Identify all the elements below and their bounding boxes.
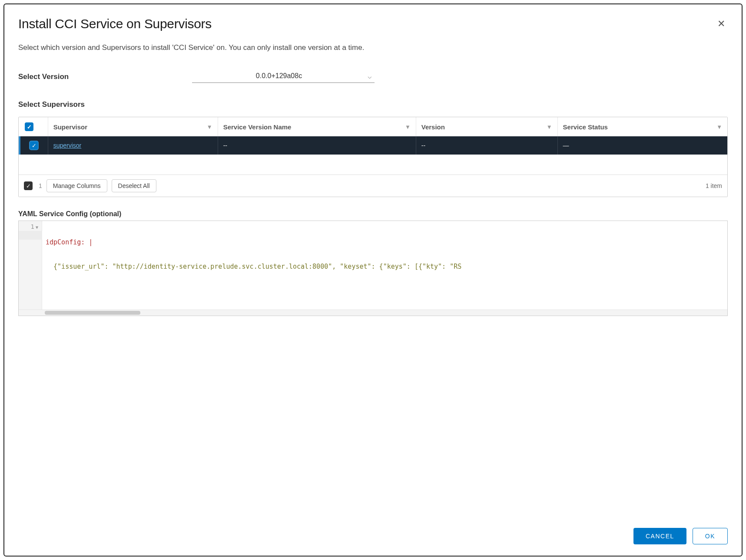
filter-icon[interactable]: ▼ — [547, 124, 552, 130]
row-checkbox-cell: ✓ — [20, 136, 48, 155]
version-select[interactable]: 0.0.0+129a08c ⌵ — [192, 70, 375, 83]
items-count: 1 item — [706, 182, 722, 189]
ok-button[interactable]: OK — [693, 528, 728, 544]
close-icon[interactable]: ✕ — [715, 16, 728, 31]
header-status-label: Service Status — [563, 123, 608, 131]
dialog-title: Install CCI Service on Supervisors — [18, 16, 212, 31]
supervisors-grid: ✓ Supervisor ▼ Service Version Name ▼ — [19, 117, 727, 175]
table-footer: ✓ 1 Manage Columns Deselect All 1 item — [19, 175, 727, 197]
version-label: Select Version — [18, 72, 192, 81]
yaml-editor[interactable]: 1▼ 2 idpConfig: | {"issuer_url": "http:/… — [18, 221, 728, 316]
row-checkbox[interactable]: ✓ — [29, 141, 39, 150]
table-row[interactable]: ✓ supervisor -- -- — — [20, 136, 727, 155]
supervisors-label: Select Supervisors — [18, 100, 728, 109]
header-service-status[interactable]: Service Status ▼ — [557, 117, 727, 136]
filter-icon[interactable]: ▼ — [207, 124, 212, 130]
header-supervisor-label: Supervisor — [53, 123, 87, 131]
editor-code[interactable]: idpConfig: | {"issuer_url": "http://iden… — [42, 221, 727, 310]
dialog-body: Install CCI Service on Supervisors ✕ Sel… — [4, 4, 742, 516]
yaml-pipe: | — [85, 238, 93, 246]
filter-icon[interactable]: ▼ — [716, 124, 722, 130]
editor-horizontal-scrollbar[interactable] — [19, 310, 727, 316]
footer-checkbox[interactable]: ✓ — [24, 181, 33, 190]
cell-supervisor: supervisor — [48, 136, 218, 155]
select-all-checkbox[interactable]: ✓ — [25, 122, 33, 131]
manage-columns-button[interactable]: Manage Columns — [46, 179, 107, 192]
cancel-button[interactable]: CANCEL — [633, 528, 686, 544]
dialog-header: Install CCI Service on Supervisors ✕ — [18, 16, 728, 31]
header-supervisor[interactable]: Supervisor ▼ — [48, 117, 218, 136]
yaml-key: idpConfig: — [46, 238, 85, 246]
header-checkbox-cell: ✓ — [20, 117, 48, 136]
filter-icon[interactable]: ▼ — [405, 124, 411, 130]
gutter-active-line — [19, 231, 42, 240]
header-version-label: Version — [421, 123, 445, 131]
scrollbar-thumb[interactable] — [45, 311, 140, 315]
fold-icon[interactable]: ▼ — [36, 225, 38, 230]
empty-row — [20, 155, 727, 175]
version-select-value: 0.0.0+129a08c — [192, 70, 375, 83]
supervisor-link[interactable]: supervisor — [53, 142, 82, 149]
supervisors-table: ✓ Supervisor ▼ Service Version Name ▼ — [18, 117, 728, 197]
header-svn-label: Service Version Name — [223, 123, 292, 131]
dialog-footer: CANCEL OK — [4, 516, 742, 556]
cell-service-status: — — [557, 136, 727, 155]
install-dialog: Install CCI Service on Supervisors ✕ Sel… — [3, 3, 743, 557]
yaml-config-label: YAML Service Config (optional) — [18, 210, 728, 218]
cell-version: -- — [416, 136, 557, 155]
yaml-indent — [46, 263, 53, 270]
line-number: 1 — [31, 223, 34, 230]
dialog-subtitle: Select which version and Supervisors to … — [18, 43, 728, 52]
deselect-all-button[interactable]: Deselect All — [112, 179, 156, 192]
header-version[interactable]: Version ▼ — [416, 117, 557, 136]
cell-service-version-name: -- — [218, 136, 416, 155]
header-service-version-name[interactable]: Service Version Name ▼ — [218, 117, 416, 136]
selected-count: 1 — [39, 182, 42, 189]
yaml-string: {"issuer_url": "http://identity-service.… — [53, 263, 461, 270]
version-field: Select Version 0.0.0+129a08c ⌵ — [18, 70, 728, 83]
